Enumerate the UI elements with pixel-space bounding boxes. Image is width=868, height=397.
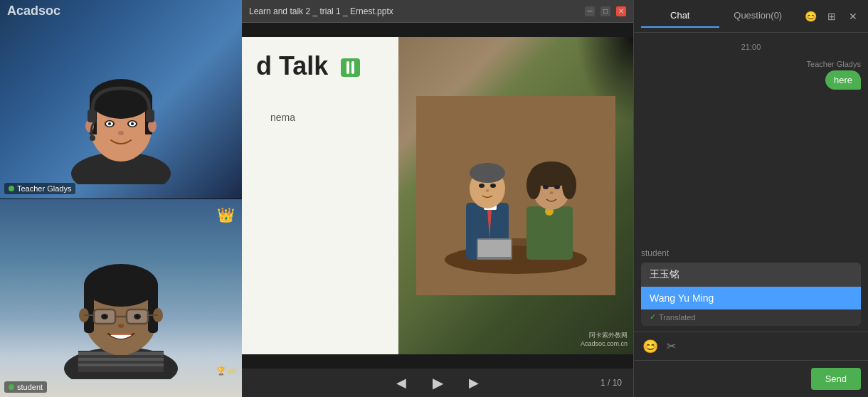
svg-rect-52 — [478, 240, 511, 257]
student-message-card: 王玉铭 Wang Yu Ming ✓ Translated — [641, 263, 861, 326]
slide-container: d Talk nema — [242, 37, 633, 354]
right-panel: Chat Question(0) 😊 ⊞ ✕ 21:00 Teacher Gla… — [633, 0, 868, 397]
close-button[interactable]: ✕ — [616, 6, 626, 16]
check-icon: ✓ — [650, 312, 656, 322]
next-slide-button[interactable]: ▶ — [463, 372, 485, 393]
svg-point-38 — [136, 315, 139, 318]
teacher-message-row: Teacher Gladys here — [641, 60, 861, 90]
svg-point-60 — [554, 185, 560, 189]
svg-point-17 — [90, 135, 95, 141]
chat-messages: 21:00 Teacher Gladys here — [634, 33, 868, 248]
slide-title: d Talk — [256, 51, 360, 80]
svg-point-48 — [479, 184, 485, 188]
close-chat-button[interactable]: ✕ — [845, 9, 861, 24]
prev-slide-button[interactable]: ◀ — [391, 372, 412, 393]
tab-chat[interactable]: Chat — [641, 4, 719, 28]
play-button[interactable]: ▶ — [426, 371, 449, 394]
expand-header-button[interactable]: ⊞ — [824, 9, 840, 24]
trophy-badge: 🏆x0 — [216, 366, 236, 376]
scissors-button[interactable]: ✂ — [667, 339, 676, 353]
svg-rect-27 — [148, 283, 158, 333]
chat-footer: Send — [634, 360, 868, 397]
crown-icon: 👑 — [217, 206, 235, 223]
svg-point-57 — [526, 171, 541, 199]
student-message-section: student 王玉铭 Wang Yu Ming ✓ Translated — [634, 248, 868, 332]
svg-point-49 — [490, 184, 496, 188]
message-timestamp: 21:00 — [641, 40, 861, 54]
watermark: 阿卡索外教网 Acadsoc.com.cn — [581, 331, 628, 349]
chat-header: Chat Question(0) 😊 ⊞ ✕ — [634, 0, 868, 33]
english-message[interactable]: Wang Yu Ming — [641, 287, 861, 309]
svg-point-50 — [486, 189, 489, 192]
svg-point-58 — [562, 171, 576, 199]
chinese-message: 王玉铭 — [641, 263, 861, 287]
svg-point-3 — [90, 79, 152, 119]
svg-point-13 — [131, 122, 134, 125]
teacher-label: Teacher Gladys — [4, 183, 75, 194]
presentation-titlebar: Learn and talk 2 _ trial 1 _ Ernest.pptx… — [242, 0, 633, 23]
svg-point-47 — [470, 163, 505, 183]
presentation-area: d Talk nema — [242, 23, 633, 369]
svg-point-14 — [118, 131, 124, 135]
svg-point-59 — [543, 185, 549, 189]
translated-badge: ✓ Translated — [641, 309, 861, 326]
mic-icon — [9, 186, 14, 191]
chat-bottom-bar: 😊 ✂ — [634, 332, 868, 360]
svg-rect-16 — [146, 110, 154, 122]
minimize-button[interactable]: ─ — [585, 6, 595, 16]
svg-point-12 — [108, 122, 111, 125]
svg-point-61 — [550, 191, 554, 194]
svg-point-39 — [118, 324, 124, 328]
left-panel: Acadsoc — [0, 0, 242, 397]
student-mic-icon — [9, 384, 14, 390]
svg-rect-26 — [84, 283, 94, 333]
message-bubble: here — [825, 70, 861, 90]
emoji-button[interactable]: 😊 — [642, 339, 658, 354]
slide-controls-bar: ◀ ▶ ▶ 1 / 10 — [242, 369, 633, 397]
teacher-video-feed: Acadsoc — [0, 0, 242, 199]
acadsoc-logo: Acadsoc — [7, 4, 60, 18]
slide-image: 阿卡索外教网 Acadsoc.com.cn — [398, 37, 633, 354]
tab-question[interactable]: Question(0) — [719, 4, 798, 28]
slide-subtitle: nema — [270, 112, 295, 123]
message-sender-name: Teacher Gladys — [807, 60, 861, 68]
svg-rect-22 — [78, 364, 164, 366]
emoji-header-button[interactable]: 😊 — [803, 9, 818, 24]
send-button[interactable]: Send — [811, 368, 861, 390]
pause-icon — [341, 58, 360, 77]
student-avatar — [0, 230, 242, 379]
middle-panel: Learn and talk 2 _ trial 1 _ Ernest.pptx… — [242, 0, 633, 397]
slide-counter: 1 / 10 — [600, 378, 622, 388]
svg-rect-21 — [78, 358, 164, 361]
translated-label: Translated — [659, 313, 696, 322]
maximize-button[interactable]: □ — [600, 6, 610, 16]
titlebar-controls: ─ □ ✕ — [585, 6, 626, 16]
student-label: student — [4, 381, 47, 393]
student-section-label: student — [641, 248, 861, 258]
teacher-avatar — [0, 49, 242, 184]
chat-header-icons: 😊 ⊞ ✕ — [803, 9, 861, 24]
slide-title-area: d Talk nema — [256, 51, 360, 81]
presentation-title: Learn and talk 2 _ trial 1 _ Ernest.pptx — [249, 6, 393, 16]
svg-point-25 — [84, 264, 158, 307]
svg-point-37 — [103, 315, 106, 318]
student-video-feed: 👑 🏆x0 student — [0, 199, 242, 398]
